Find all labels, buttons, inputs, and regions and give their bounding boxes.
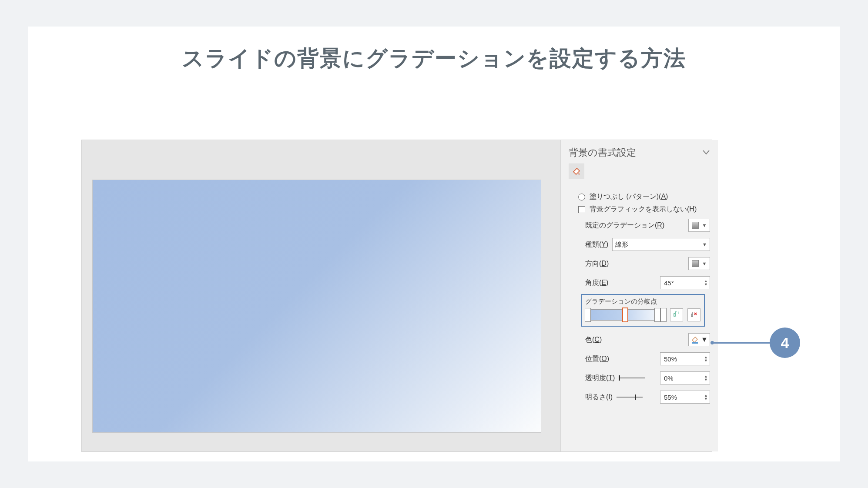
position-spinner[interactable]: 50% ▲▼ (660, 352, 710, 365)
callout-dot-icon (710, 341, 714, 344)
tutorial-frame: スライドの背景にグラデーションを設定する方法 背景の書式設定 (28, 27, 840, 461)
fill-pattern-radio[interactable]: 塗りつぶし (パターン)(A) (569, 191, 710, 203)
panel-title: 背景の書式設定 (569, 146, 636, 159)
position-value: 50% (664, 355, 677, 363)
angle-spinner[interactable]: 45° ▲▼ (660, 276, 710, 289)
brightness-label: 明るさ(I) (585, 393, 644, 402)
gradient-stops-label: グラデーションの分岐点 (585, 297, 700, 308)
gradient-stops-slider[interactable] (585, 309, 666, 321)
gradient-stop-1[interactable] (585, 308, 591, 322)
step-callout: 4 (712, 328, 800, 358)
direction-label: 方向(D) (585, 259, 609, 268)
color-label: 色(C) (585, 335, 602, 344)
transparency-slider[interactable] (619, 378, 645, 378)
fill-tab-icon[interactable] (569, 164, 584, 179)
gradient-type-label: 種類(Y) (585, 240, 608, 249)
step-number-badge: 4 (770, 328, 800, 358)
angle-label: 角度(E) (585, 278, 608, 287)
brightness-value: 55% (664, 394, 677, 401)
transparency-label: 透明度(T) (585, 374, 647, 383)
gradient-stop-4[interactable] (660, 308, 667, 322)
position-label: 位置(O) (585, 354, 609, 364)
panel-header: 背景の書式設定 (561, 144, 718, 164)
article-title: スライドの背景にグラデーションを設定する方法 (28, 44, 840, 73)
direction-dropdown[interactable]: ▼ (688, 257, 710, 270)
powerpoint-window: 背景の書式設定 塗りつぶし (パターン)(A) (81, 140, 712, 452)
brightness-spinner[interactable]: 55% ▲▼ (660, 391, 710, 404)
preset-gradient-label: 既定のグラデーション(R) (585, 221, 664, 230)
brightness-slider[interactable] (617, 397, 643, 398)
gradient-stop-2-selected[interactable] (622, 308, 628, 322)
svg-text:+: + (677, 311, 680, 315)
paint-bucket-icon (690, 335, 699, 344)
add-gradient-stop-button[interactable]: + (670, 308, 683, 321)
transparency-spinner[interactable]: 0% ▲▼ (660, 371, 710, 384)
gradient-type-value: 線形 (615, 241, 628, 249)
remove-gradient-stop-button[interactable] (687, 308, 700, 321)
collapse-panel-button[interactable] (702, 148, 710, 158)
fill-pattern-label: 塗りつぶし (パターン)(A) (590, 192, 668, 201)
preset-swatch-icon (692, 222, 699, 229)
angle-value: 45° (664, 279, 674, 287)
callout-line (714, 342, 771, 344)
hide-bg-graphics-label: 背景グラフィックを表示しない(H) (590, 205, 697, 214)
hide-bg-graphics-checkbox[interactable]: 背景グラフィックを表示しない(H) (569, 203, 710, 216)
color-dropdown[interactable]: ▼ (688, 333, 710, 346)
gradient-stop-3[interactable] (654, 308, 660, 322)
transparency-value: 0% (664, 374, 674, 382)
checkbox-icon (578, 206, 585, 213)
slide-editor-area (82, 140, 560, 451)
tab-underline (569, 182, 710, 186)
radio-icon (578, 194, 585, 201)
preset-gradient-dropdown[interactable]: ▼ (688, 219, 710, 232)
format-background-panel: 背景の書式設定 塗りつぶし (パターン)(A) (560, 140, 718, 451)
slide-canvas[interactable] (93, 180, 541, 432)
gradient-type-dropdown[interactable]: 線形 ▼ (612, 238, 710, 251)
svg-rect-1 (692, 342, 698, 344)
gradient-stops-section: グラデーションの分岐点 + (581, 294, 705, 327)
direction-swatch-icon (692, 260, 699, 267)
